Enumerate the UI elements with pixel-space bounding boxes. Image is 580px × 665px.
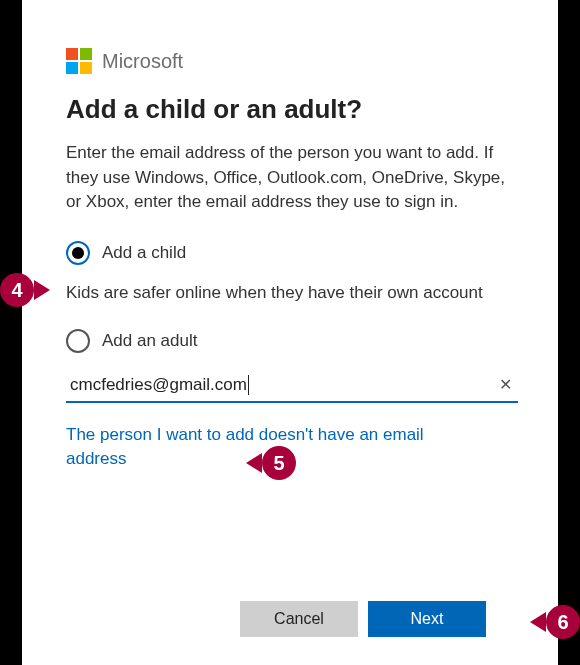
cancel-button[interactable]: Cancel bbox=[240, 601, 358, 637]
add-member-dialog: Microsoft Add a child or an adult? Enter… bbox=[22, 0, 558, 665]
radio-add-adult[interactable]: Add an adult bbox=[66, 329, 518, 353]
child-hint-text: Kids are safer online when they have the… bbox=[66, 281, 518, 305]
page-title: Add a child or an adult? bbox=[66, 94, 518, 125]
dialog-button-row: Cancel Next bbox=[240, 601, 486, 637]
brand-name: Microsoft bbox=[102, 50, 183, 73]
brand-row: Microsoft bbox=[66, 48, 518, 74]
instructions-text: Enter the email address of the person yo… bbox=[66, 141, 518, 215]
radio-icon bbox=[66, 329, 90, 353]
no-email-link[interactable]: The person I want to add doesn't have an… bbox=[66, 423, 486, 471]
email-input[interactable]: cmcfedries@gmail.com ✕ bbox=[66, 369, 518, 404]
email-value: cmcfedries@gmail.com bbox=[70, 375, 247, 394]
radio-add-child-label: Add a child bbox=[102, 243, 186, 263]
radio-add-adult-label: Add an adult bbox=[102, 331, 197, 351]
clear-input-icon[interactable]: ✕ bbox=[499, 375, 512, 394]
next-button[interactable]: Next bbox=[368, 601, 486, 637]
radio-add-child[interactable]: Add a child bbox=[66, 241, 518, 265]
radio-icon bbox=[66, 241, 90, 265]
text-cursor-icon bbox=[248, 375, 249, 395]
microsoft-logo-icon bbox=[66, 48, 92, 74]
